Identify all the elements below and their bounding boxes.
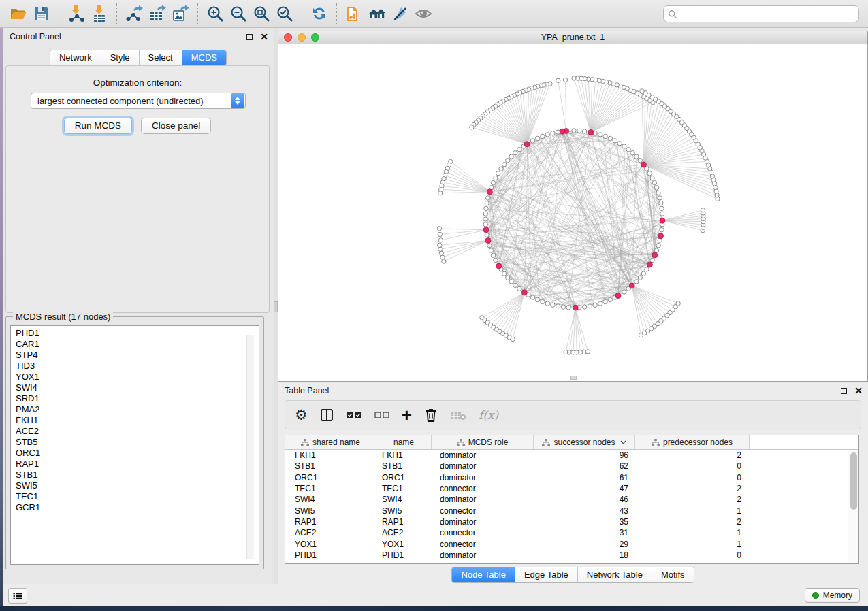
criterion-dropdown[interactable]: largest connected component (undirected) xyxy=(31,93,246,109)
mcds-result-item[interactable]: SRD1 xyxy=(16,393,259,404)
cell-successor-nodes[interactable]: 31 xyxy=(534,528,635,538)
mcds-result-item[interactable]: SWI4 xyxy=(16,382,259,393)
table-row[interactable]: TEC1TEC1connector472 xyxy=(285,483,848,494)
mcds-result-item[interactable]: ORC1 xyxy=(16,448,259,459)
cell-predecessor-nodes[interactable]: 0 xyxy=(635,461,750,471)
delete-table-button[interactable] xyxy=(450,406,466,424)
import-network-button[interactable] xyxy=(65,3,88,24)
import-table-button[interactable] xyxy=(88,3,111,24)
cell-name[interactable]: SWI4 xyxy=(376,495,432,504)
cell-successor-nodes[interactable]: 96 xyxy=(534,450,635,460)
mcds-result-item[interactable]: PMA2 xyxy=(16,404,259,415)
deselect-all-button[interactable] xyxy=(374,406,389,424)
network-canvas[interactable] xyxy=(278,44,867,381)
mcds-result-item[interactable]: SWI5 xyxy=(16,480,259,491)
save-session-button[interactable] xyxy=(30,3,53,24)
horizontal-splitter-grip[interactable] xyxy=(570,376,577,380)
cell-predecessor-nodes[interactable]: 2 xyxy=(635,517,750,527)
cell-predecessor-nodes[interactable]: 1 xyxy=(635,506,750,516)
mcds-result-item[interactable]: PHD1 xyxy=(16,328,259,339)
cell-shared-name[interactable]: ACE2 xyxy=(285,528,376,538)
tab-edge-table[interactable]: Edge Table xyxy=(515,567,578,582)
cell-successor-nodes[interactable]: 35 xyxy=(534,517,635,527)
cell-name[interactable]: TEC1 xyxy=(376,484,432,493)
tab-network-table[interactable]: Network Table xyxy=(578,567,652,582)
cell-shared-name[interactable]: SWI4 xyxy=(285,495,376,504)
tab-motifs[interactable]: Motifs xyxy=(652,567,694,582)
table-row[interactable]: STB1STB1dominator620 xyxy=(285,461,848,472)
table-row[interactable]: RAP1RAP1dominator352 xyxy=(285,516,848,527)
scrollbar-thumb[interactable] xyxy=(850,452,857,510)
cell-name[interactable]: STB1 xyxy=(376,461,432,471)
cell-successor-nodes[interactable]: 43 xyxy=(534,506,635,516)
close-window-icon[interactable] xyxy=(284,33,292,42)
cell-shared-name[interactable]: TEC1 xyxy=(285,484,376,493)
cell-shared-name[interactable]: PHD1 xyxy=(285,550,376,560)
float-table-panel-icon[interactable] xyxy=(841,388,847,394)
share-document-button[interactable] xyxy=(342,3,366,24)
cell-shared-name[interactable]: ORC1 xyxy=(285,473,376,482)
home-button[interactable] xyxy=(366,3,389,24)
cell-successor-nodes[interactable]: 29 xyxy=(534,540,635,549)
zoom-out-button[interactable] xyxy=(227,3,250,24)
hide-annotations-button[interactable] xyxy=(389,3,412,24)
cell-name[interactable]: ORC1 xyxy=(376,473,432,482)
table-row[interactable]: PHD1PHD1dominator180 xyxy=(285,550,848,561)
cell-shared-name[interactable]: FKH1 xyxy=(285,450,376,460)
column-header-shared-name[interactable]: shared name xyxy=(285,435,376,449)
mcds-result-item[interactable]: STB1 xyxy=(16,469,259,480)
cell-mcds-role[interactable]: connector xyxy=(432,484,534,493)
search-input[interactable] xyxy=(677,7,854,21)
cell-successor-nodes[interactable]: 62 xyxy=(534,461,635,471)
run-mcds-button[interactable]: Run MCDS xyxy=(64,118,132,134)
export-network-button[interactable] xyxy=(123,3,146,24)
cell-successor-nodes[interactable]: 61 xyxy=(534,473,635,482)
cell-successor-nodes[interactable]: 18 xyxy=(534,550,635,560)
cell-shared-name[interactable]: RAP1 xyxy=(285,517,376,527)
cell-name[interactable]: YOX1 xyxy=(376,540,432,549)
tab-node-table[interactable]: Node Table xyxy=(452,567,515,582)
close-panel-icon[interactable]: ✕ xyxy=(260,33,268,40)
mcds-result-item[interactable]: FKH1 xyxy=(16,415,259,426)
cell-mcds-role[interactable]: connector xyxy=(432,506,534,516)
cell-name[interactable]: RAP1 xyxy=(376,517,432,527)
cell-name[interactable]: PHD1 xyxy=(376,550,432,560)
cell-predecessor-nodes[interactable]: 0 xyxy=(635,473,750,482)
mcds-result-item[interactable]: TEC1 xyxy=(16,491,259,502)
cell-successor-nodes[interactable]: 46 xyxy=(534,495,635,504)
mcds-result-list[interactable]: PHD1CAR1STP4TID3YOX1SWI4SRD1PMA2FKH1ACE2… xyxy=(10,325,259,565)
mcds-list-scrollbar[interactable] xyxy=(246,335,254,559)
export-table-button[interactable] xyxy=(146,3,169,24)
cell-mcds-role[interactable]: connector xyxy=(432,540,534,549)
column-header-MCDS-role[interactable]: MCDS role xyxy=(432,435,534,449)
zoom-fit-button[interactable] xyxy=(250,3,273,24)
cell-shared-name[interactable]: STB1 xyxy=(285,461,376,471)
delete-column-button[interactable] xyxy=(424,406,438,424)
tab-mcds[interactable]: MCDS xyxy=(182,50,226,65)
cell-predecessor-nodes[interactable]: 0 xyxy=(635,550,750,560)
cell-predecessor-nodes[interactable]: 2 xyxy=(635,495,750,504)
cell-mcds-role[interactable]: connector xyxy=(432,528,534,538)
table-row[interactable]: ACE2ACE2connector311 xyxy=(285,527,848,538)
mcds-result-item[interactable]: STP4 xyxy=(16,350,259,361)
refresh-button[interactable] xyxy=(308,3,331,24)
cell-name[interactable]: FKH1 xyxy=(376,450,432,460)
table-row[interactable]: SWI4SWI4dominator462 xyxy=(285,494,848,505)
show-columns-button[interactable] xyxy=(320,406,334,424)
cell-mcds-role[interactable]: dominator xyxy=(432,550,534,560)
close-table-panel-icon[interactable]: ✕ xyxy=(854,387,863,394)
task-history-button[interactable] xyxy=(8,588,27,604)
cell-mcds-role[interactable]: dominator xyxy=(432,461,534,471)
mcds-result-item[interactable]: GCR1 xyxy=(16,502,259,513)
close-panel-button[interactable]: Close panel xyxy=(141,118,211,134)
tab-style[interactable]: Style xyxy=(101,50,140,65)
cell-mcds-role[interactable]: dominator xyxy=(432,495,534,504)
table-row[interactable]: SWI5SWI5connector431 xyxy=(285,505,848,516)
table-settings-button[interactable]: ⚙ xyxy=(295,406,308,424)
mcds-result-item[interactable]: STB5 xyxy=(16,437,259,448)
column-header-successor-nodes[interactable]: successor nodes xyxy=(534,435,635,449)
select-all-button[interactable] xyxy=(346,406,362,424)
cell-mcds-role[interactable]: dominator xyxy=(432,473,534,482)
mcds-result-item[interactable]: RAP1 xyxy=(16,459,259,469)
mcds-result-item[interactable]: ACE2 xyxy=(16,426,259,437)
